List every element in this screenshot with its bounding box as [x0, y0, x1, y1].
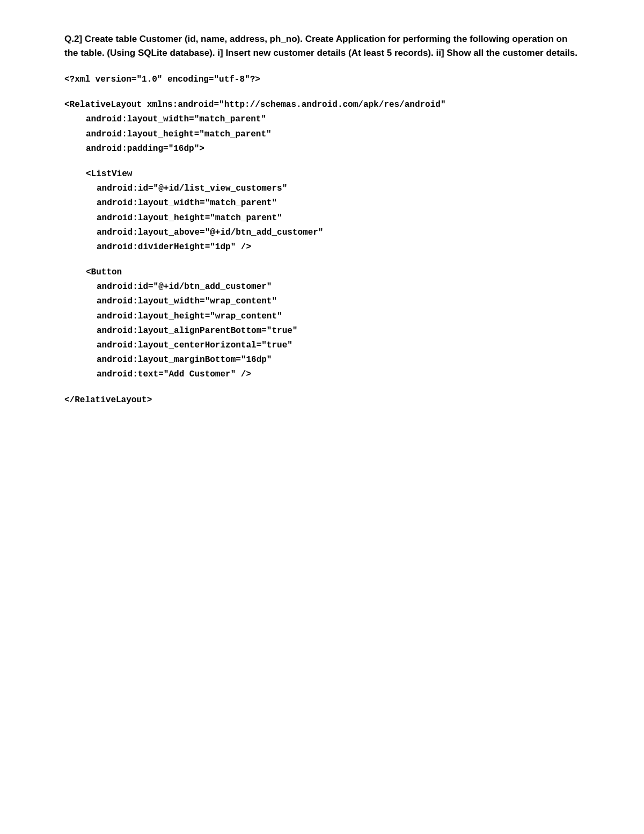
listview-height: android:layout_height="match_parent" [64, 211, 580, 226]
listview-open: <ListView [64, 167, 580, 182]
button-align-bottom: android:layout_alignParentBottom="true" [64, 324, 580, 338]
layout-height-match: android:layout_height="match_parent" [64, 127, 580, 142]
button-width: android:layout_width="wrap_content" [64, 294, 580, 309]
layout-width-match: android:layout_width="match_parent" [64, 112, 580, 127]
relative-layout-close: </RelativeLayout> [64, 393, 580, 408]
button-height: android:layout_height="wrap_content" [64, 309, 580, 324]
button-id: android:id="@+id/btn_add_customer" [64, 280, 580, 294]
button-margin-bottom: android:layout_marginBottom="16dp" [64, 353, 580, 367]
question-text: Q.2] Create table Customer (id, name, ad… [64, 32, 580, 60]
listview-above: android:layout_above="@+id/btn_add_custo… [64, 226, 580, 240]
listview-divider: android:dividerHeight="1dp" /> [64, 240, 580, 255]
padding: android:padding="16dp"> [64, 142, 580, 156]
listview-width: android:layout_width="match_parent" [64, 196, 580, 211]
button-open: <Button [64, 265, 580, 280]
xml-declaration: <?xml version="1.0" encoding="utf-8"?> [64, 72, 580, 87]
button-center-horizontal: android:layout_centerHorizontal="true" [64, 338, 580, 353]
listview-id: android:id="@+id/list_view_customers" [64, 182, 580, 196]
page-content: Q.2] Create table Customer (id, name, ad… [64, 32, 580, 408]
code-block: <?xml version="1.0" encoding="utf-8"?> <… [64, 72, 580, 408]
relative-layout-open: <RelativeLayout xmlns:android="http://sc… [64, 98, 580, 112]
button-text: android:text="Add Customer" /> [64, 367, 580, 382]
